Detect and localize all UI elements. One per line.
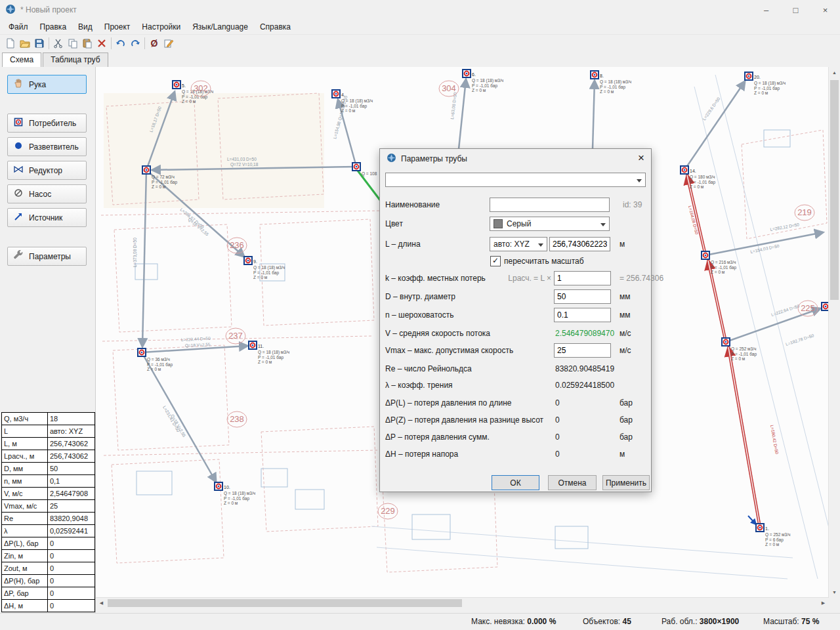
table-row[interactable]: λ0,02592441 <box>2 525 95 537</box>
table-row[interactable]: ΔP, бар0 <box>2 587 95 600</box>
pipe-node[interactable] <box>681 166 688 174</box>
table-row[interactable]: Re83820,9048 <box>2 513 95 525</box>
friction-label: λ – коэфф. трения <box>385 381 453 390</box>
table-row[interactable]: L, м256,743062 <box>2 438 95 450</box>
edit-icon[interactable] <box>161 36 176 51</box>
scroll-left-icon[interactable]: ◀ <box>96 597 107 608</box>
diameter-input[interactable] <box>554 289 611 304</box>
pipe-label: Q=72 V=10,18 <box>230 162 259 167</box>
vertical-scrollbar[interactable]: ▲ ▼ <box>828 67 840 598</box>
tool-hand[interactable]: Рука <box>7 75 87 94</box>
table-row[interactable]: Zout, м0 <box>2 562 95 575</box>
horizontal-scroll-thumb[interactable] <box>108 599 462 607</box>
roughness-input[interactable] <box>554 308 611 322</box>
paste-icon[interactable] <box>80 36 94 51</box>
menu-item-проект[interactable]: Проект <box>98 20 136 33</box>
table-row[interactable]: Zin, м0 <box>2 550 95 562</box>
diameter-icon[interactable]: Ø <box>147 36 161 51</box>
ok-button[interactable]: ОК <box>492 475 539 490</box>
length-input[interactable] <box>549 237 610 251</box>
pipe[interactable] <box>593 81 595 149</box>
pipe[interactable] <box>459 79 466 149</box>
vertical-scroll-thumb[interactable] <box>830 80 839 300</box>
tool-reducer[interactable]: Редуктор <box>7 161 87 180</box>
cancel-button[interactable]: Отмена <box>548 475 597 490</box>
dp-unit: бар <box>620 432 633 442</box>
pipe-select-combo[interactable] <box>385 173 646 187</box>
scroll-down-icon[interactable]: ▼ <box>829 587 840 598</box>
save-icon[interactable] <box>32 36 47 51</box>
maximize-button[interactable]: □ <box>781 0 810 20</box>
table-row[interactable]: ΔP(L), бар0 <box>2 537 95 550</box>
pipe-node[interactable] <box>463 70 471 77</box>
delete-icon[interactable] <box>94 36 109 51</box>
pipe-node[interactable] <box>244 257 252 264</box>
scroll-right-icon[interactable]: ▶ <box>818 597 829 608</box>
table-row[interactable]: ΔH, м0 <box>2 600 95 612</box>
pipe-node[interactable] <box>352 163 360 171</box>
rescale-checkbox[interactable]: ✓ <box>490 256 501 266</box>
tab-pipe-table[interactable]: Таблица труб <box>43 52 108 67</box>
length-mode-combo[interactable]: авто: XYZ <box>490 237 547 251</box>
pipe-node[interactable] <box>249 341 257 349</box>
redo-icon[interactable] <box>128 36 142 51</box>
pipe-node[interactable] <box>722 338 730 346</box>
menu-item-справка[interactable]: Справка <box>254 20 297 33</box>
menu-item-файл[interactable]: Файл <box>3 20 34 33</box>
table-row[interactable]: ΔP(H), бар0 <box>2 575 95 587</box>
tool-source[interactable]: Источник <box>7 208 87 227</box>
tab-schema[interactable]: Схема <box>2 52 41 68</box>
tool-splitter[interactable]: Разветвитель <box>7 137 87 156</box>
pipe-node[interactable] <box>702 251 709 259</box>
open-file-icon[interactable] <box>18 36 32 51</box>
minimize-button[interactable]: – <box>751 0 781 20</box>
building-outline <box>412 514 450 539</box>
copy-icon[interactable] <box>66 36 80 51</box>
horizontal-scrollbar[interactable]: ◀ ▶ <box>96 597 829 608</box>
close-button[interactable]: × <box>810 0 840 20</box>
menu-item-язык/language[interactable]: Язык/Language <box>186 20 254 33</box>
scroll-up-icon[interactable]: ▲ <box>829 67 840 78</box>
table-row[interactable]: Vmax, м/с25 <box>2 500 95 513</box>
tool-parameters[interactable]: Параметры <box>7 247 87 266</box>
cut-icon[interactable] <box>51 36 66 51</box>
tool-consumer[interactable]: Потребитель <box>7 114 87 133</box>
property-value: 0 <box>47 537 94 550</box>
property-label: Zin, м <box>2 550 48 562</box>
pipe-node[interactable] <box>215 482 222 490</box>
pipe-label: L=223,44 D=50 <box>181 336 211 342</box>
pipe-node[interactable] <box>591 71 598 79</box>
new-file-icon[interactable] <box>3 36 18 51</box>
menu-item-настройки[interactable]: Настройки <box>136 20 186 33</box>
vmax-input[interactable] <box>554 343 611 358</box>
pipe-node[interactable] <box>822 303 828 310</box>
undo-icon[interactable] <box>114 36 128 51</box>
property-label: V, м/с <box>2 488 48 500</box>
pipe-node[interactable] <box>138 348 146 356</box>
pipe-node[interactable] <box>745 72 753 80</box>
table-row[interactable]: Lавто: XYZ <box>2 425 95 438</box>
table-row[interactable]: V, м/с2,54647908 <box>2 488 95 500</box>
menu-item-вид[interactable]: Вид <box>72 20 98 33</box>
tool-label: Редуктор <box>29 166 62 175</box>
dialog-title-bar[interactable]: Параметры трубы × <box>380 149 651 169</box>
tool-pump[interactable]: Насос <box>7 184 87 203</box>
node-number: 6. <box>472 72 476 77</box>
pipe-node[interactable] <box>173 81 180 89</box>
table-row[interactable]: n, мм0,1 <box>2 475 95 488</box>
length-label: L – длина <box>385 240 421 249</box>
dp-value: 0 <box>555 432 560 442</box>
table-row[interactable]: Q, м3/ч18 <box>2 413 95 425</box>
color-combo[interactable]: Серый <box>490 217 610 231</box>
pipe-node[interactable] <box>142 166 150 174</box>
dialog-row-dp: ΔP – потеря давления сумм. 0 бар <box>385 430 650 444</box>
name-input[interactable] <box>490 198 610 212</box>
k-input[interactable] <box>554 271 611 285</box>
apply-button[interactable]: Применить <box>602 475 650 490</box>
table-row[interactable]: D, мм50 <box>2 463 95 475</box>
dialog-close-icon[interactable]: × <box>638 152 644 165</box>
table-row[interactable]: Lрасч., м256,743062 <box>2 450 95 463</box>
menu-item-правка[interactable]: Правка <box>34 20 73 33</box>
pipe-node[interactable] <box>756 524 764 532</box>
pipe-node[interactable] <box>332 90 340 98</box>
